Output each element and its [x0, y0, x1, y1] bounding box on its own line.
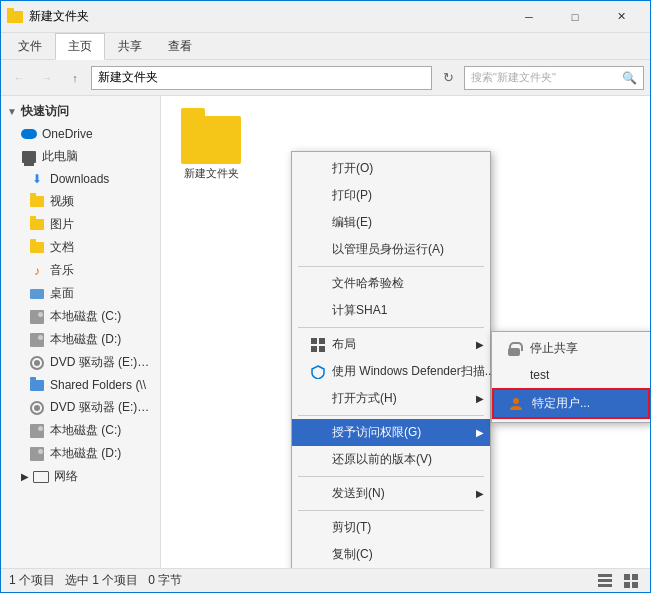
ctx-open[interactable]: 打开(O)	[292, 155, 490, 182]
up-button[interactable]: ↑	[63, 66, 87, 90]
sidebar-item-music[interactable]: ♪ 音乐	[1, 259, 160, 282]
sidebar-item-dvd-ccs[interactable]: DVD 驱动器 (E:) CCS	[1, 396, 160, 419]
shared-icon	[29, 377, 45, 393]
sidebar-item-network[interactable]: ▶ 网络	[1, 465, 160, 488]
tiles-view-button[interactable]	[620, 572, 642, 590]
downloads-label: Downloads	[50, 172, 109, 186]
sidebar-item-disk-d2[interactable]: 本地磁盘 (D:)	[1, 442, 160, 465]
minimize-button[interactable]: ─	[506, 1, 552, 33]
dvd-cc-icon	[29, 355, 45, 371]
tab-share[interactable]: 共享	[105, 33, 155, 59]
sidebar-item-shared[interactable]: Shared Folders (\\	[1, 374, 160, 396]
ctx-runas-label: 以管理员身份运行(A)	[332, 241, 444, 258]
openwith-icon	[308, 391, 328, 407]
runas-icon	[308, 242, 328, 258]
ctx-copy[interactable]: 复制(C)	[292, 541, 490, 568]
svg-point-4	[513, 398, 519, 404]
folder-item[interactable]: 新建文件夹	[181, 116, 241, 181]
ctx-cut-label: 剪切(T)	[332, 519, 371, 536]
address-input[interactable]: 新建文件夹	[91, 66, 432, 90]
submenu-stop-sharing[interactable]: 停止共享	[492, 335, 650, 362]
ctx-edit[interactable]: 编辑(E)	[292, 209, 490, 236]
window-title: 新建文件夹	[29, 8, 506, 25]
sidebar-item-documents[interactable]: 文档	[1, 236, 160, 259]
ctx-sendto[interactable]: 发送到(N) ▶	[292, 480, 490, 507]
sidebar: ▼ 快速访问 OneDrive 此电脑 ⬇ Downloads	[1, 96, 161, 568]
sidebar-item-downloads[interactable]: ⬇ Downloads	[1, 168, 160, 190]
music-icon: ♪	[29, 263, 45, 279]
test-icon	[504, 367, 524, 383]
svg-rect-5	[598, 574, 612, 577]
sidebar-item-videos[interactable]: 视频	[1, 190, 160, 213]
tab-view[interactable]: 查看	[155, 33, 205, 59]
edit-icon	[308, 215, 328, 231]
close-button[interactable]: ✕	[598, 1, 644, 33]
context-menu: 打开(O) 打印(P) 编辑(E) 以管理员身份运行(A) 文件哈希验	[291, 151, 491, 568]
lock-submenu-icon	[504, 341, 524, 357]
svg-rect-0	[311, 338, 317, 344]
main-area: ▼ 快速访问 OneDrive 此电脑 ⬇ Downloads	[1, 96, 650, 568]
pictures-label: 图片	[50, 216, 74, 233]
maximize-button[interactable]: □	[552, 1, 598, 33]
ctx-defender[interactable]: 使用 Windows Defender扫描...	[292, 358, 490, 385]
ctx-runas[interactable]: 以管理员身份运行(A)	[292, 236, 490, 263]
onedrive-label: OneDrive	[42, 127, 93, 141]
tab-home[interactable]: 主页	[55, 33, 105, 60]
sidebar-item-onedrive[interactable]: OneDrive	[1, 123, 160, 145]
open-icon	[308, 161, 328, 177]
title-bar: 新建文件夹 ─ □ ✕	[1, 1, 650, 33]
svg-rect-2	[311, 346, 317, 352]
ctx-sha1[interactable]: 计算SHA1	[292, 297, 490, 324]
ctx-hashcheck-label: 文件哈希验检	[332, 275, 404, 292]
submenu-test[interactable]: test	[492, 362, 650, 388]
disk-c-icon	[29, 309, 45, 325]
title-bar-icons	[7, 9, 23, 25]
ctx-copy-label: 复制(C)	[332, 546, 373, 563]
sidebar-item-disk-c[interactable]: 本地磁盘 (C:)	[1, 305, 160, 328]
details-view-button[interactable]	[594, 572, 616, 590]
grantaccess-arrow-icon: ▶	[476, 427, 484, 438]
ctx-sep1	[298, 266, 484, 267]
network-chevron-icon: ▶	[21, 471, 29, 482]
copy-icon	[308, 547, 328, 563]
search-box[interactable]: 搜索"新建文件夹" 🔍	[464, 66, 644, 90]
ctx-sep5	[298, 510, 484, 511]
sidebar-item-disk-c2[interactable]: 本地磁盘 (C:)	[1, 419, 160, 442]
ctx-grantaccess[interactable]: 授予访问权限(G) ▶	[292, 419, 490, 446]
thispc-label: 此电脑	[42, 148, 78, 165]
restore-icon	[308, 452, 328, 468]
address-bar: ← → ↑ 新建文件夹 ↻ 搜索"新建文件夹" 🔍	[1, 60, 650, 96]
status-bar: 1 个项目 选中 1 个项目 0 字节	[1, 568, 650, 592]
submenu-specific-user[interactable]: 特定用户...	[492, 388, 650, 419]
ribbon: 文件 主页 共享 查看	[1, 33, 650, 60]
svg-rect-7	[598, 584, 612, 587]
ctx-open-label: 打开(O)	[332, 160, 373, 177]
ctx-restore[interactable]: 还原以前的版本(V)	[292, 446, 490, 473]
ctx-openwith[interactable]: 打开方式(H) ▶	[292, 385, 490, 412]
print-icon	[308, 188, 328, 204]
sidebar-quick-access-header[interactable]: ▼ 快速访问	[1, 100, 160, 123]
sidebar-item-dvd-cc[interactable]: DVD 驱动器 (E:) CC	[1, 351, 160, 374]
ctx-layout[interactable]: 布局 ▶	[292, 331, 490, 358]
refresh-button[interactable]: ↻	[436, 66, 460, 90]
layout-icon	[308, 337, 328, 353]
dvd-ccs-icon	[29, 400, 45, 416]
ctx-hashcheck[interactable]: 文件哈希验检	[292, 270, 490, 297]
shared-label: Shared Folders (\\	[50, 378, 146, 392]
quick-access-label: 快速访问	[21, 103, 69, 120]
address-path: 新建文件夹	[98, 69, 158, 86]
svg-rect-10	[624, 582, 630, 588]
svg-rect-8	[624, 574, 630, 580]
sendto-arrow-icon: ▶	[476, 488, 484, 499]
sidebar-item-thispc[interactable]: 此电脑	[1, 145, 160, 168]
back-button[interactable]: ←	[7, 66, 31, 90]
ctx-cut[interactable]: 剪切(T)	[292, 514, 490, 541]
sidebar-item-desktop[interactable]: 桌面	[1, 282, 160, 305]
sidebar-item-disk-d[interactable]: 本地磁盘 (D:)	[1, 328, 160, 351]
forward-button[interactable]: →	[35, 66, 59, 90]
sidebar-item-pictures[interactable]: 图片	[1, 213, 160, 236]
svg-rect-3	[319, 346, 325, 352]
tab-file[interactable]: 文件	[5, 33, 55, 59]
videos-icon	[29, 194, 45, 210]
ctx-print[interactable]: 打印(P)	[292, 182, 490, 209]
